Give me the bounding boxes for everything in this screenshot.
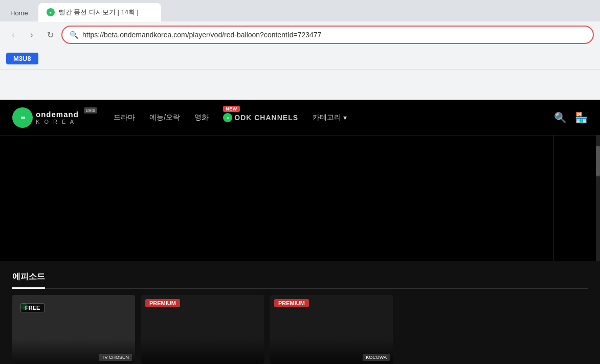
logo-ondemand: ondemand (36, 110, 79, 119)
channels-label: ODK CHANNELS (234, 113, 298, 122)
toolbar-row: M3U8 (0, 48, 600, 70)
active-tab[interactable]: 빨간 풍선 다시보기 | 14회 | (38, 3, 161, 21)
nav-drama[interactable]: 드라마 (114, 113, 135, 122)
premium-badge-3: PREMIUM (274, 299, 309, 307)
site-nav: ondemand K O R E A Beta 드라마 예능/오락 영화 NEW… (0, 100, 600, 135)
logo-korea: K O R E A (36, 119, 79, 125)
odk-channels-logo (223, 113, 232, 122)
address-bar[interactable]: 🔍 (61, 26, 594, 44)
thumb-gradient-2 (141, 338, 264, 364)
episode-tab[interactable]: 에피소드 (12, 271, 45, 289)
search-button[interactable]: 🔍 (554, 111, 567, 124)
thumb-logo-1: TV CHOSUN (99, 354, 132, 361)
thumbnail-item[interactable]: ● FREE TV CHOSUN (12, 295, 135, 364)
logo-text: ondemand K O R E A (36, 110, 79, 125)
thumbnail-item[interactable]: PREMIUM KOCOWA (270, 295, 393, 364)
premium-badge-2: PREMIUM (145, 299, 180, 307)
nav-links: 드라마 예능/오락 영화 NEW ODK CHANNELS 카테고리 ▾ (114, 113, 554, 122)
category-label: 카테고리 (313, 113, 341, 122)
forward-button[interactable]: › (25, 28, 39, 42)
active-tab-title: 빨간 풍선 다시보기 | 14회 | (59, 8, 139, 17)
site-logo: ondemand K O R E A Beta (12, 107, 97, 128)
address-bar-row: ‹ › ↻ 🔍 (0, 21, 600, 48)
odk-dot-icon (223, 113, 232, 122)
thumb-logo-3: KOCOWA (363, 354, 390, 361)
tab-favicon (47, 8, 55, 16)
web-content: ondemand K O R E A Beta 드라마 예능/오락 영화 NEW… (0, 100, 600, 364)
home-tab[interactable]: Home (0, 4, 38, 21)
nav-right: 🔍 🏪 (554, 111, 588, 124)
m3u8-button[interactable]: M3U8 (6, 53, 38, 64)
reload-button[interactable]: ↻ (43, 28, 57, 42)
episode-tab-row: 에피소드 (12, 271, 588, 289)
main-content: 에피소드 ● FREE TV CHOSUN PREMIUM (0, 135, 600, 364)
scroll-thumb[interactable] (596, 146, 600, 176)
home-tab-label: Home (10, 9, 28, 17)
nav-category[interactable]: 카테고리 ▾ (313, 113, 347, 122)
tab-bar: Home 빨간 풍선 다시보기 | 14회 | (0, 0, 600, 21)
thumbnail-item[interactable]: PREMIUM (141, 295, 264, 364)
nav-channels[interactable]: NEW ODK CHANNELS (223, 113, 298, 122)
odk-logo-icon (12, 107, 33, 128)
chevron-down-icon: ▾ (343, 113, 347, 122)
search-icon: 🔍 (70, 31, 78, 39)
video-player[interactable] (0, 135, 600, 261)
nav-movies[interactable]: 영화 (194, 113, 209, 122)
logo-beta: Beta (84, 107, 98, 113)
scrollbar (596, 135, 600, 261)
free-badge: FREE (20, 303, 45, 312)
new-badge: NEW (223, 106, 240, 112)
side-divider (553, 135, 554, 261)
browser-chrome: Home 빨간 풍선 다시보기 | 14회 | ‹ › ↻ 🔍 M3U8 (0, 0, 600, 100)
back-button[interactable]: ‹ (6, 28, 20, 42)
url-input[interactable] (82, 31, 586, 39)
bottom-content: 에피소드 ● FREE TV CHOSUN PREMIUM (0, 261, 600, 364)
nav-entertainment[interactable]: 예능/오락 (149, 113, 180, 122)
thumbnails-row: ● FREE TV CHOSUN PREMIUM PREMIUM KOCOWA (12, 289, 588, 364)
store-button[interactable]: 🏪 (575, 111, 588, 124)
